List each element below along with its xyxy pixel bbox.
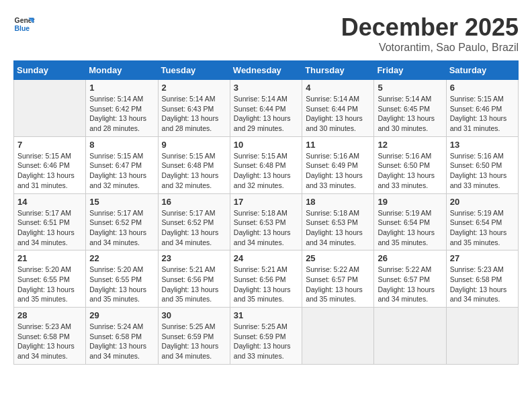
day-info: Sunrise: 5:16 AM Sunset: 6:50 PM Dayligh…	[450, 151, 515, 191]
day-number: 9	[162, 140, 226, 150]
calendar-cell	[302, 308, 374, 365]
calendar-header-sunday: Sunday	[14, 61, 86, 80]
day-info: Sunrise: 5:14 AM Sunset: 6:44 PM Dayligh…	[306, 94, 370, 134]
calendar-cell: 13Sunrise: 5:16 AM Sunset: 6:50 PM Dayli…	[446, 136, 518, 193]
day-info: Sunrise: 5:17 AM Sunset: 6:52 PM Dayligh…	[162, 208, 226, 248]
calendar-cell: 26Sunrise: 5:22 AM Sunset: 6:57 PM Dayli…	[374, 250, 446, 308]
day-info: Sunrise: 5:15 AM Sunset: 6:47 PM Dayligh…	[89, 151, 154, 191]
calendar-cell: 28Sunrise: 5:23 AM Sunset: 6:58 PM Dayli…	[14, 308, 86, 365]
calendar-cell: 9Sunrise: 5:15 AM Sunset: 6:48 PM Daylig…	[158, 136, 230, 193]
day-number: 23	[162, 253, 226, 263]
day-number: 24	[234, 253, 298, 263]
calendar-cell: 20Sunrise: 5:19 AM Sunset: 6:54 PM Dayli…	[446, 193, 518, 250]
calendar-week-row: 7Sunrise: 5:15 AM Sunset: 6:46 PM Daylig…	[14, 136, 519, 193]
calendar-table: SundayMondayTuesdayWednesdayThursdayFrid…	[13, 60, 519, 365]
day-number: 1	[89, 83, 154, 93]
day-info: Sunrise: 5:16 AM Sunset: 6:50 PM Dayligh…	[378, 151, 442, 191]
calendar-cell: 11Sunrise: 5:16 AM Sunset: 6:49 PM Dayli…	[302, 136, 374, 193]
day-info: Sunrise: 5:14 AM Sunset: 6:45 PM Dayligh…	[378, 94, 442, 134]
calendar-week-row: 21Sunrise: 5:20 AM Sunset: 6:55 PM Dayli…	[14, 250, 519, 308]
day-info: Sunrise: 5:17 AM Sunset: 6:52 PM Dayligh…	[89, 208, 154, 248]
calendar-cell: 18Sunrise: 5:18 AM Sunset: 6:53 PM Dayli…	[302, 193, 374, 250]
day-number: 13	[450, 140, 515, 150]
calendar-week-row: 1Sunrise: 5:14 AM Sunset: 6:42 PM Daylig…	[14, 80, 519, 137]
calendar-header-saturday: Saturday	[446, 61, 518, 80]
day-number: 6	[450, 83, 515, 93]
calendar-cell: 12Sunrise: 5:16 AM Sunset: 6:50 PM Dayli…	[374, 136, 446, 193]
day-number: 3	[234, 83, 298, 93]
day-info: Sunrise: 5:14 AM Sunset: 6:42 PM Dayligh…	[89, 94, 154, 134]
day-number: 7	[17, 140, 82, 150]
day-number: 4	[306, 83, 370, 93]
calendar-cell: 10Sunrise: 5:15 AM Sunset: 6:48 PM Dayli…	[230, 136, 302, 193]
svg-text:Blue: Blue	[15, 25, 30, 32]
day-number: 17	[234, 197, 298, 207]
day-number: 10	[234, 140, 298, 150]
calendar-cell: 14Sunrise: 5:17 AM Sunset: 6:51 PM Dayli…	[14, 193, 86, 250]
day-info: Sunrise: 5:15 AM Sunset: 6:48 PM Dayligh…	[234, 151, 298, 191]
calendar-header-row: SundayMondayTuesdayWednesdayThursdayFrid…	[14, 61, 519, 80]
page-header: General Blue December 2025 Votorantim, S…	[13, 13, 519, 54]
calendar-cell	[374, 308, 446, 365]
day-number: 29	[89, 310, 154, 320]
day-info: Sunrise: 5:25 AM Sunset: 6:59 PM Dayligh…	[234, 322, 298, 361]
calendar-cell: 5Sunrise: 5:14 AM Sunset: 6:45 PM Daylig…	[374, 80, 446, 137]
day-info: Sunrise: 5:17 AM Sunset: 6:51 PM Dayligh…	[17, 208, 82, 248]
calendar-cell: 30Sunrise: 5:25 AM Sunset: 6:59 PM Dayli…	[158, 308, 230, 365]
day-info: Sunrise: 5:22 AM Sunset: 6:57 PM Dayligh…	[378, 265, 442, 304]
day-number: 18	[306, 197, 370, 207]
calendar-cell: 21Sunrise: 5:20 AM Sunset: 6:55 PM Dayli…	[14, 250, 86, 308]
day-number: 15	[89, 197, 154, 207]
day-info: Sunrise: 5:22 AM Sunset: 6:57 PM Dayligh…	[306, 265, 370, 304]
day-number: 14	[17, 197, 82, 207]
calendar-cell: 31Sunrise: 5:25 AM Sunset: 6:59 PM Dayli…	[230, 308, 302, 365]
day-info: Sunrise: 5:16 AM Sunset: 6:49 PM Dayligh…	[306, 151, 370, 191]
day-number: 5	[378, 83, 442, 93]
calendar-cell: 6Sunrise: 5:15 AM Sunset: 6:46 PM Daylig…	[446, 80, 518, 137]
day-info: Sunrise: 5:15 AM Sunset: 6:46 PM Dayligh…	[450, 94, 515, 134]
calendar-cell: 29Sunrise: 5:24 AM Sunset: 6:58 PM Dayli…	[86, 308, 158, 365]
day-number: 12	[378, 140, 442, 150]
logo-icon: General Blue	[13, 13, 35, 35]
day-info: Sunrise: 5:24 AM Sunset: 6:58 PM Dayligh…	[89, 322, 154, 361]
day-number: 2	[162, 83, 226, 93]
calendar-cell: 1Sunrise: 5:14 AM Sunset: 6:42 PM Daylig…	[86, 80, 158, 137]
calendar-cell: 16Sunrise: 5:17 AM Sunset: 6:52 PM Dayli…	[158, 193, 230, 250]
calendar-cell	[14, 80, 86, 137]
month-title: December 2025	[341, 13, 519, 42]
calendar-header-friday: Friday	[374, 61, 446, 80]
day-number: 19	[378, 197, 442, 207]
calendar-cell: 15Sunrise: 5:17 AM Sunset: 6:52 PM Dayli…	[86, 193, 158, 250]
calendar-header-tuesday: Tuesday	[158, 61, 230, 80]
day-number: 28	[17, 310, 82, 320]
calendar-cell: 19Sunrise: 5:19 AM Sunset: 6:54 PM Dayli…	[374, 193, 446, 250]
calendar-cell: 4Sunrise: 5:14 AM Sunset: 6:44 PM Daylig…	[302, 80, 374, 137]
day-info: Sunrise: 5:25 AM Sunset: 6:59 PM Dayligh…	[162, 322, 226, 361]
day-info: Sunrise: 5:19 AM Sunset: 6:54 PM Dayligh…	[378, 208, 442, 248]
day-number: 31	[234, 310, 298, 320]
calendar-cell: 22Sunrise: 5:20 AM Sunset: 6:55 PM Dayli…	[86, 250, 158, 308]
calendar-cell: 17Sunrise: 5:18 AM Sunset: 6:53 PM Dayli…	[230, 193, 302, 250]
calendar-cell	[446, 308, 518, 365]
logo: General Blue	[13, 13, 35, 35]
day-info: Sunrise: 5:23 AM Sunset: 6:58 PM Dayligh…	[450, 265, 515, 304]
calendar-cell: 2Sunrise: 5:14 AM Sunset: 6:43 PM Daylig…	[158, 80, 230, 137]
calendar-cell: 7Sunrise: 5:15 AM Sunset: 6:46 PM Daylig…	[14, 136, 86, 193]
day-number: 20	[450, 197, 515, 207]
day-info: Sunrise: 5:14 AM Sunset: 6:43 PM Dayligh…	[162, 94, 226, 134]
calendar-cell: 23Sunrise: 5:21 AM Sunset: 6:56 PM Dayli…	[158, 250, 230, 308]
day-info: Sunrise: 5:15 AM Sunset: 6:46 PM Dayligh…	[17, 151, 82, 191]
day-info: Sunrise: 5:20 AM Sunset: 6:55 PM Dayligh…	[89, 265, 154, 304]
day-number: 27	[450, 253, 515, 263]
calendar-cell: 25Sunrise: 5:22 AM Sunset: 6:57 PM Dayli…	[302, 250, 374, 308]
day-info: Sunrise: 5:15 AM Sunset: 6:48 PM Dayligh…	[162, 151, 226, 191]
day-number: 21	[17, 253, 82, 263]
day-info: Sunrise: 5:20 AM Sunset: 6:55 PM Dayligh…	[17, 265, 82, 304]
calendar-cell: 8Sunrise: 5:15 AM Sunset: 6:47 PM Daylig…	[86, 136, 158, 193]
location-subtitle: Votorantim, Sao Paulo, Brazil	[341, 42, 519, 54]
day-info: Sunrise: 5:14 AM Sunset: 6:44 PM Dayligh…	[234, 94, 298, 134]
day-info: Sunrise: 5:21 AM Sunset: 6:56 PM Dayligh…	[234, 265, 298, 304]
day-number: 25	[306, 253, 370, 263]
calendar-header-monday: Monday	[86, 61, 158, 80]
calendar-cell: 27Sunrise: 5:23 AM Sunset: 6:58 PM Dayli…	[446, 250, 518, 308]
